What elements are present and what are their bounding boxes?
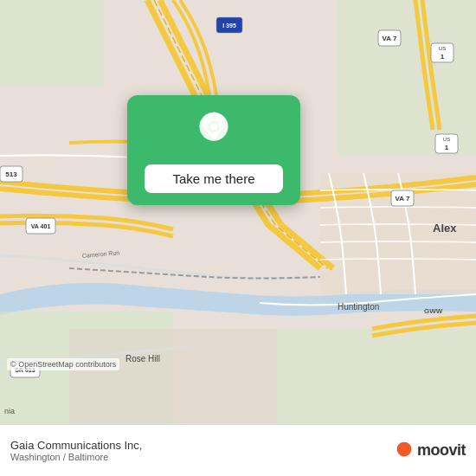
bottom-bar: Gaia Communications Inc, Washington / Ba… (0, 424, 476, 476)
map-container: VA 7 I 395 I 395 VA 401 VA 7 US 1 US 1 5… (0, 0, 476, 424)
take-me-there-button[interactable]: Take me there (145, 164, 283, 193)
svg-text:VA 401: VA 401 (31, 223, 51, 229)
svg-text:US: US (439, 46, 446, 51)
svg-rect-5 (69, 329, 277, 424)
svg-text:1: 1 (441, 53, 445, 61)
city-name: Washington / Baltimore (10, 452, 142, 462)
svg-text:Cameron Run: Cameron Run (81, 249, 119, 259)
svg-text:VA 7: VA 7 (383, 35, 397, 42)
moovit-logo: M moovit (395, 441, 466, 460)
svg-text:513: 513 (5, 170, 17, 178)
svg-text:Huntington: Huntington (338, 302, 379, 312)
svg-rect-0 (0, 0, 104, 87)
map-pin-icon (193, 111, 235, 152)
svg-text:I 395: I 395 (222, 23, 236, 29)
svg-text:1: 1 (445, 144, 449, 151)
moovit-brand-text: moovit (417, 441, 466, 460)
company-info: Gaia Communications Inc, Washington / Ba… (10, 439, 142, 462)
company-name: Gaia Communications Inc, (10, 439, 142, 452)
svg-text:GWW: GWW (424, 307, 443, 315)
svg-rect-3 (277, 329, 476, 424)
moovit-pin-icon: M (395, 441, 414, 460)
map-attribution: © OpenStreetMap contributors (7, 358, 119, 370)
svg-text:Rose Hill: Rose Hill (125, 354, 160, 363)
svg-text:Alex: Alex (433, 222, 457, 235)
svg-text:US: US (443, 137, 450, 142)
popup-icon-area (127, 95, 300, 164)
svg-text:nia: nia (4, 407, 15, 415)
location-popup: Take me there (127, 95, 300, 205)
svg-text:VA 7: VA 7 (396, 195, 410, 203)
svg-rect-1 (338, 0, 476, 156)
